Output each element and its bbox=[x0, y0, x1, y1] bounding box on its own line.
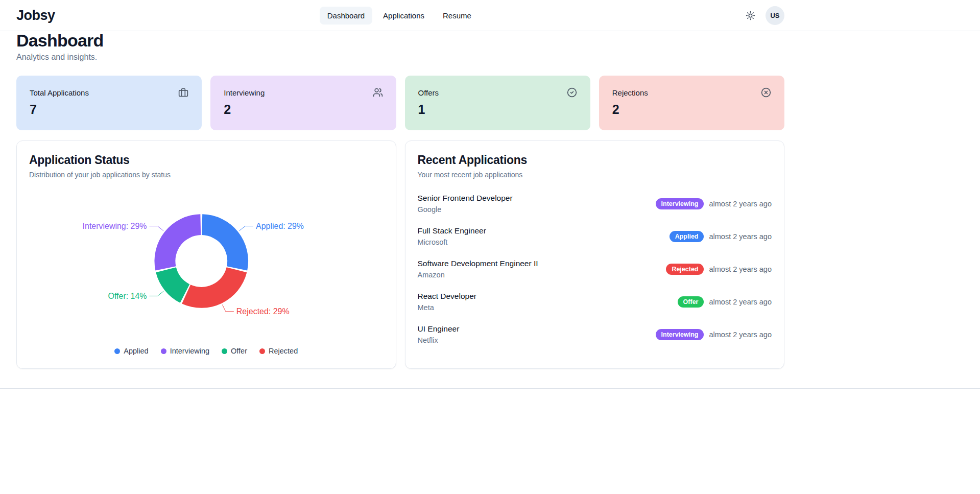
company-name: Amazon bbox=[418, 271, 538, 279]
job-title: UI Engineer bbox=[418, 324, 460, 334]
recent-card-title: Recent Applications bbox=[418, 153, 772, 167]
brand-logo[interactable]: Jobsy bbox=[16, 8, 55, 23]
stat-label: Offers bbox=[418, 88, 439, 97]
stat-card-interviewing: Interviewing 2 bbox=[210, 76, 396, 130]
legend-dot bbox=[222, 348, 227, 354]
application-status-card: Application Status Distribution of your … bbox=[16, 140, 396, 369]
status-badge: Applied bbox=[670, 231, 704, 242]
nav-tab-resume[interactable]: Resume bbox=[435, 7, 479, 25]
donut-label-line bbox=[222, 305, 233, 312]
chart-card-title: Application Status bbox=[29, 153, 384, 167]
x-circle-icon bbox=[761, 87, 771, 98]
donut-slice-offer[interactable] bbox=[156, 268, 189, 303]
donut-slice-rejected[interactable] bbox=[182, 268, 247, 308]
stats-grid: Total Applications 7 Interviewing 2 Offe… bbox=[16, 76, 784, 130]
page-title: Dashboard bbox=[16, 31, 784, 50]
job-title: Senior Frontend Developer bbox=[418, 194, 513, 203]
company-name: Microsoft bbox=[418, 238, 486, 246]
theme-toggle-button[interactable] bbox=[744, 9, 757, 22]
users-icon bbox=[373, 87, 383, 98]
donut-slice-label: Offer: 14% bbox=[108, 292, 147, 300]
application-time: almost 2 years ago bbox=[709, 200, 772, 208]
briefcase-icon bbox=[178, 87, 188, 98]
donut-slice-applied[interactable] bbox=[202, 215, 248, 271]
stat-label: Total Applications bbox=[30, 88, 89, 97]
donut-slice-interviewing[interactable] bbox=[154, 215, 201, 271]
application-list-item: Software Development Engineer II Amazon … bbox=[418, 259, 772, 279]
donut-chart: Applied: 29%Rejected: 29%Offer: 14%Inter… bbox=[29, 183, 384, 336]
stat-value: 2 bbox=[224, 102, 383, 117]
application-time: almost 2 years ago bbox=[709, 265, 772, 273]
status-badge: Rejected bbox=[666, 264, 704, 275]
stat-value: 2 bbox=[612, 102, 771, 117]
top-nav: Jobsy Dashboard Applications Resume US bbox=[0, 0, 980, 31]
company-name: Meta bbox=[418, 303, 476, 312]
application-list-item: UI Engineer Netflix Interviewing almost … bbox=[418, 324, 772, 344]
application-time: almost 2 years ago bbox=[709, 232, 772, 241]
nav-tab-dashboard[interactable]: Dashboard bbox=[320, 7, 372, 25]
legend-item-applied: Applied bbox=[114, 347, 148, 355]
stat-value: 1 bbox=[418, 102, 577, 117]
chart-card-subtitle: Distribution of your job applications by… bbox=[29, 171, 384, 179]
donut-label-line bbox=[149, 291, 163, 296]
legend-label: Applied bbox=[124, 347, 148, 355]
application-time: almost 2 years ago bbox=[709, 331, 772, 339]
avatar[interactable]: US bbox=[766, 6, 784, 25]
donut-slice-label: Rejected: 29% bbox=[236, 308, 290, 316]
application-list-item: Senior Frontend Developer Google Intervi… bbox=[418, 194, 772, 214]
recent-applications-card: Recent Applications Your most recent job… bbox=[405, 140, 785, 369]
donut-slice-label: Applied: 29% bbox=[256, 222, 304, 230]
chart-legend: AppliedInterviewingOfferRejected bbox=[29, 347, 384, 356]
stat-label: Rejections bbox=[612, 88, 648, 97]
status-badge: Interviewing bbox=[656, 329, 704, 340]
legend-label: Rejected bbox=[269, 347, 298, 355]
stat-label: Interviewing bbox=[224, 88, 265, 97]
application-list-item: React Developer Meta Offer almost 2 year… bbox=[418, 292, 772, 312]
application-time: almost 2 years ago bbox=[709, 298, 772, 306]
status-badge: Interviewing bbox=[656, 198, 704, 209]
job-title: Full Stack Engineer bbox=[418, 226, 486, 236]
legend-dot bbox=[259, 348, 265, 354]
stat-value: 7 bbox=[30, 102, 188, 117]
job-title: Software Development Engineer II bbox=[418, 259, 538, 268]
main-nav: Dashboard Applications Resume bbox=[320, 7, 479, 25]
sun-icon bbox=[746, 11, 755, 20]
donut-chart-svg: Applied: 29%Rejected: 29%Offer: 14%Inter… bbox=[29, 183, 384, 336]
stat-card-total-applications: Total Applications 7 bbox=[16, 76, 202, 130]
job-title: React Developer bbox=[418, 292, 476, 301]
check-circle-icon bbox=[567, 87, 577, 98]
legend-dot bbox=[114, 348, 120, 354]
legend-label: Interviewing bbox=[170, 347, 209, 355]
nav-tab-applications[interactable]: Applications bbox=[375, 7, 432, 25]
donut-label-line bbox=[239, 226, 253, 231]
legend-label: Offer bbox=[231, 347, 247, 355]
legend-dot bbox=[161, 348, 166, 354]
stat-card-offers: Offers 1 bbox=[405, 76, 590, 130]
recent-applications-list: Senior Frontend Developer Google Intervi… bbox=[418, 181, 772, 344]
donut-slice-label: Interviewing: 29% bbox=[83, 222, 147, 230]
recent-card-subtitle: Your most recent job applications bbox=[418, 171, 772, 179]
page-subtitle: Analytics and insights. bbox=[16, 53, 784, 62]
status-badge: Offer bbox=[678, 296, 704, 308]
stat-card-rejections: Rejections 2 bbox=[599, 76, 784, 130]
legend-item-interviewing: Interviewing bbox=[161, 347, 209, 355]
legend-item-offer: Offer bbox=[222, 347, 247, 355]
page-bottom-divider bbox=[0, 388, 980, 389]
application-list-item: Full Stack Engineer Microsoft Applied al… bbox=[418, 226, 772, 246]
dashboard-panels: Application Status Distribution of your … bbox=[16, 140, 784, 369]
company-name: Google bbox=[418, 205, 513, 214]
legend-item-rejected: Rejected bbox=[259, 347, 298, 355]
donut-label-line bbox=[149, 226, 163, 231]
company-name: Netflix bbox=[418, 336, 460, 344]
